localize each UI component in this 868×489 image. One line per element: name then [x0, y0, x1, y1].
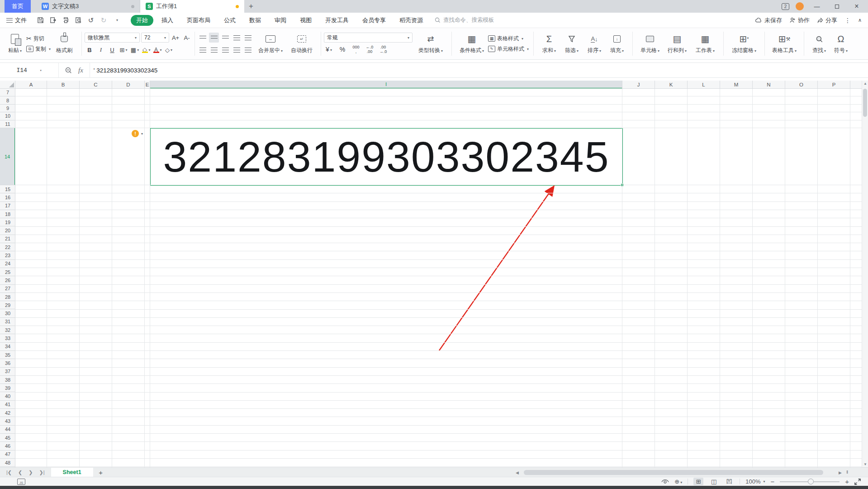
vertical-scrollbar[interactable]: ▲ ▼	[862, 81, 868, 467]
column-header-L[interactable]: L	[688, 81, 720, 89]
align-bottom-button[interactable]	[220, 33, 230, 43]
cell-shading-button[interactable]: ▦▾	[130, 45, 140, 55]
macro-js-icon[interactable]: JS	[17, 479, 25, 485]
close-button[interactable]: ×	[850, 0, 863, 13]
align-right-button[interactable]	[220, 45, 230, 55]
tab-formulas[interactable]: 公式	[218, 15, 241, 26]
doc-tab-sheet[interactable]: S 工作簿1	[140, 0, 244, 13]
comma-style-button[interactable]: 000,	[351, 45, 361, 55]
vertical-scroll-thumb[interactable]	[863, 89, 867, 117]
row-header-38[interactable]: 38	[0, 376, 15, 384]
column-header-B[interactable]: B	[47, 81, 80, 89]
save-icon[interactable]	[35, 15, 46, 26]
file-menu-button[interactable]: 文件	[0, 16, 31, 24]
filter-button[interactable]: 筛选▾	[561, 28, 583, 59]
row-header-34[interactable]: 34	[0, 343, 15, 351]
share-button[interactable]: 分享	[817, 16, 837, 24]
percent-button[interactable]: %	[337, 45, 347, 55]
window-count-badge[interactable]: 2	[782, 3, 789, 10]
bold-button[interactable]: B	[85, 45, 95, 55]
tab-developer[interactable]: 开发工具	[320, 15, 354, 26]
zoom-out-button[interactable]: −	[770, 478, 774, 485]
font-family-select[interactable]: 微软雅黑▾	[85, 33, 140, 43]
increase-decimal-button[interactable]: .00→.0	[378, 45, 388, 55]
row-header-41[interactable]: 41	[0, 401, 15, 409]
row-header-8[interactable]: 8	[0, 96, 15, 104]
decrease-decimal-button[interactable]: ←.0.00	[365, 45, 375, 55]
tab-insert[interactable]: 插入	[156, 15, 179, 26]
freeze-panes-button[interactable]: ⊞* 冻结窗格▾	[728, 28, 760, 59]
tab-review[interactable]: 审阅	[269, 15, 292, 26]
row-header-9[interactable]: 9	[0, 105, 15, 112]
clear-format-button[interactable]: ◇▾	[164, 45, 174, 55]
row-header-27[interactable]: 27	[0, 285, 15, 293]
row-header-19[interactable]: 19	[0, 218, 15, 226]
row-header-18[interactable]: 18	[0, 210, 15, 218]
fill-button[interactable]: ↓ 填充▾	[606, 28, 628, 59]
row-header-25[interactable]: 25	[0, 268, 15, 276]
row-header-36[interactable]: 36	[0, 359, 15, 367]
scroll-left-icon[interactable]: ◀	[516, 470, 519, 475]
column-header-K[interactable]: K	[655, 81, 688, 89]
undo-icon[interactable]: ↺	[85, 15, 96, 26]
italic-button[interactable]: I	[96, 45, 106, 55]
row-header-32[interactable]: 32	[0, 326, 15, 334]
row-header-37[interactable]: 37	[0, 368, 15, 376]
maximize-button[interactable]	[830, 0, 844, 13]
avatar[interactable]	[796, 2, 804, 10]
column-header-P[interactable]: P	[818, 81, 850, 89]
zoom-level[interactable]: 100%	[745, 478, 760, 485]
align-middle-button[interactable]	[209, 33, 219, 43]
column-header-J[interactable]: J	[622, 81, 655, 89]
scroll-right-icon[interactable]: ▶	[839, 470, 842, 475]
new-tab-button[interactable]: +	[244, 0, 258, 13]
row-header-43[interactable]: 43	[0, 417, 15, 425]
symbol-button[interactable]: Ω 符号▾	[830, 28, 851, 59]
sum-button[interactable]: Σ 求和▾	[538, 28, 560, 59]
column-header-A[interactable]: A	[15, 81, 47, 89]
row-header-42[interactable]: 42	[0, 409, 15, 417]
row-header-7[interactable]: 7	[0, 89, 15, 96]
column-header-C[interactable]: C	[80, 81, 112, 89]
increase-font-icon[interactable]: A+	[171, 33, 180, 43]
row-header-14[interactable]: 14	[0, 128, 15, 185]
conditional-format-button[interactable]: ▦ 条件格式▾	[456, 28, 487, 59]
row-header-40[interactable]: 40	[0, 393, 15, 401]
prev-sheet-icon[interactable]: ❮	[18, 470, 22, 475]
currency-button[interactable]: ¥▾	[324, 45, 334, 55]
distribute-button[interactable]	[243, 45, 253, 55]
row-header-48[interactable]: 48	[0, 459, 15, 467]
column-header-M[interactable]: M	[720, 81, 753, 89]
worksheet-button[interactable]: ▦ 工作表▾	[692, 28, 719, 59]
row-header-26[interactable]: 26	[0, 276, 15, 284]
minimize-button[interactable]: —	[810, 0, 824, 13]
align-top-button[interactable]	[198, 33, 208, 43]
increase-indent-button[interactable]	[243, 33, 253, 43]
row-header-20[interactable]: 20	[0, 227, 15, 235]
cell-style-button[interactable]: ✎单元格样式▾	[488, 45, 529, 53]
decrease-indent-button[interactable]	[232, 33, 242, 43]
quick-access-caret-icon[interactable]: ▾	[112, 15, 123, 26]
type-convert-button[interactable]: ⇄ 类型转换▾	[414, 28, 447, 59]
paste-button[interactable]: 粘贴▾	[5, 28, 25, 59]
fill-color-button[interactable]: ◇▾	[141, 45, 151, 55]
sort-button[interactable]: A↓ 排序▾	[583, 28, 605, 59]
last-sheet-icon[interactable]: ❯|	[39, 470, 45, 475]
grid-body[interactable]: 321283199303302345 ! ▾	[15, 89, 862, 467]
row-header-44[interactable]: 44	[0, 426, 15, 434]
row-header-33[interactable]: 33	[0, 334, 15, 342]
zoom-out-icon[interactable]	[65, 67, 72, 74]
doc-tab-writer[interactable]: W 文字文稿3	[36, 0, 140, 13]
row-header-16[interactable]: 16	[0, 193, 15, 201]
rows-cols-button[interactable]: ▤ 行和列▾	[664, 28, 691, 59]
row-header-28[interactable]: 28	[0, 293, 15, 301]
export-icon[interactable]	[47, 15, 58, 26]
eye-protect-icon[interactable]	[661, 479, 669, 484]
copy-button[interactable]: ⧉复制▾	[26, 45, 51, 53]
sheet-tab-sheet1[interactable]: Sheet1	[51, 468, 93, 477]
row-header-24[interactable]: 24	[0, 260, 15, 268]
row-header-17[interactable]: 17	[0, 202, 15, 210]
redo-icon[interactable]: ↻	[98, 15, 109, 26]
borders-button[interactable]: ⊞▾	[119, 45, 128, 55]
page-break-view-button[interactable]: 凹	[724, 478, 734, 485]
